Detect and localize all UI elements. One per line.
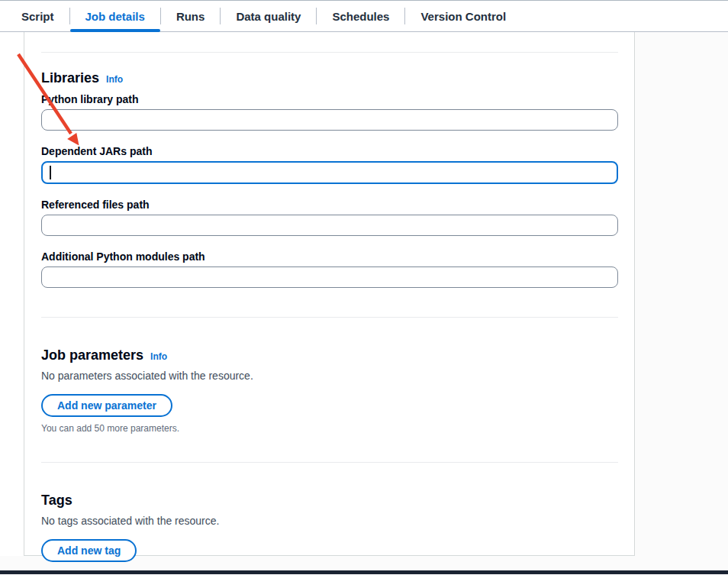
input-wrap (41, 215, 618, 236)
job-parameters-section: Job parameters Info No parameters associ… (41, 347, 618, 434)
referenced-files-path-input[interactable] (41, 215, 618, 236)
section-divider (41, 52, 618, 53)
tab-label: Data quality (236, 10, 301, 23)
job-parameters-title: Job parameters (41, 347, 143, 363)
dependent-jars-path-field: Dependent JARs path (41, 144, 618, 184)
tab-label: Job details (85, 10, 145, 23)
glue-job-details-page: Script Job details Runs Data quality Sch… (0, 0, 728, 575)
libraries-title: Libraries (41, 69, 99, 86)
job-parameters-empty-text: No parameters associated with the resour… (41, 368, 618, 383)
libraries-header: Libraries Info (41, 69, 618, 86)
text-cursor (50, 166, 51, 179)
section-divider (41, 317, 618, 318)
tags-section: Tags No tags associated with the resourc… (41, 492, 618, 562)
tab-label: Schedules (332, 10, 389, 23)
referenced-files-path-field: Referenced files path (41, 198, 618, 236)
python-library-path-label: Python library path (41, 92, 618, 106)
tab-version-control[interactable]: Version Control (405, 1, 521, 31)
tab-runs[interactable]: Runs (161, 1, 221, 31)
additional-python-modules-path-field: Additional Python modules path (41, 250, 618, 288)
job-details-panel: Libraries Info Python library path Depen… (24, 32, 635, 556)
dependent-jars-path-input[interactable] (41, 161, 618, 184)
tab-bar: Script Job details Runs Data quality Sch… (0, 0, 728, 32)
tab-label: Version Control (420, 10, 506, 23)
python-library-path-input[interactable] (41, 109, 618, 131)
python-library-path-field: Python library path (41, 92, 618, 131)
job-parameters-header: Job parameters Info (41, 347, 618, 363)
tab-job-details[interactable]: Job details (70, 1, 160, 31)
additional-python-modules-path-input[interactable] (41, 267, 618, 288)
dependent-jars-path-label: Dependent JARs path (41, 144, 618, 158)
tags-header: Tags (41, 492, 618, 509)
tab-label: Script (21, 10, 54, 23)
job-parameters-info-link[interactable]: Info (150, 351, 167, 362)
referenced-files-path-label: Referenced files path (41, 198, 618, 212)
tags-title: Tags (41, 492, 72, 509)
tab-data-quality[interactable]: Data quality (221, 1, 316, 31)
add-new-parameter-button[interactable]: Add new parameter (41, 394, 172, 417)
input-wrap (41, 161, 618, 184)
job-parameters-hint: You can add 50 more parameters. (41, 422, 618, 434)
bottom-bar (0, 570, 728, 574)
section-divider (41, 462, 618, 463)
tags-empty-text: No tags associated with the resource. (41, 513, 618, 528)
tab-schedules[interactable]: Schedules (317, 1, 404, 31)
additional-python-modules-path-label: Additional Python modules path (41, 250, 618, 263)
add-new-tag-button[interactable]: Add new tag (41, 539, 137, 562)
libraries-info-link[interactable]: Info (106, 74, 123, 85)
right-gutter (635, 32, 728, 556)
input-wrap (41, 267, 618, 288)
input-wrap (41, 109, 618, 131)
libraries-section: Libraries Info Python library path Depen… (41, 69, 618, 288)
tab-script[interactable]: Script (6, 1, 69, 31)
tab-label: Runs (176, 10, 205, 23)
